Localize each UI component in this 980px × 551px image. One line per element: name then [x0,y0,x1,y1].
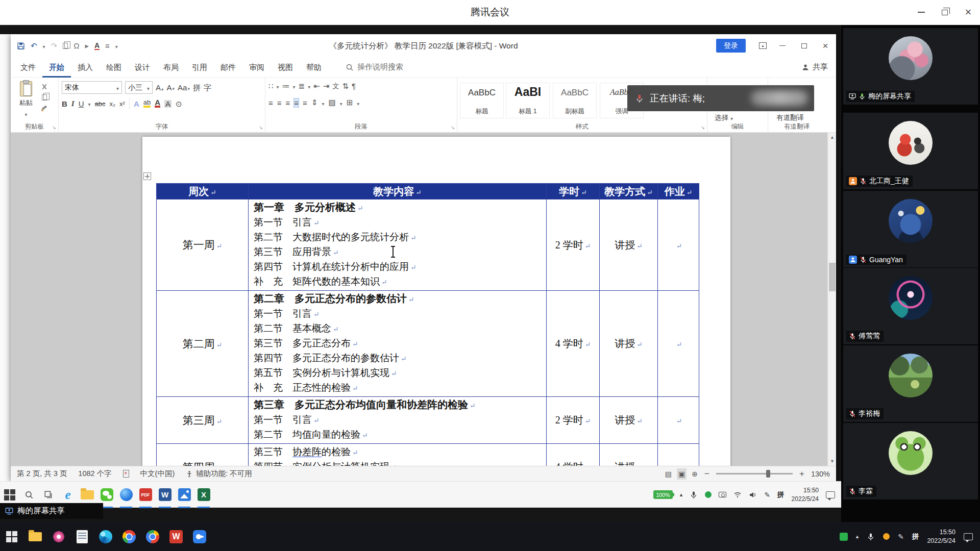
pen-icon[interactable] [898,533,904,541]
week-cell[interactable]: 第一周 [157,199,249,291]
table-move-handle-icon[interactable] [143,172,151,180]
sort-icon[interactable] [342,82,349,91]
scroll-down-arrow[interactable]: ▼ [828,457,836,466]
week-cell[interactable]: 第四周 [157,444,249,466]
zoom-in-button[interactable]: + [799,469,804,478]
vertical-scrollbar[interactable]: ▲ ▼ [827,133,836,466]
web-layout-icon[interactable]: ⊕ [692,470,698,478]
taskbar-excel[interactable]: X [194,482,213,508]
numbering-icon[interactable] [282,82,290,91]
font-color-button[interactable] [155,99,160,108]
chat-bubble-icon[interactable] [826,491,835,498]
styles-dialog-launcher-icon[interactable] [701,124,705,130]
borders-icon[interactable] [347,98,353,107]
align-right-icon[interactable] [286,98,290,107]
highlight-button[interactable] [143,99,151,108]
zoom-slider-thumb[interactable] [766,470,770,478]
word-count[interactable]: 1082 个字 [78,469,111,479]
content-cell[interactable]: 第一章 多元分析概述 第一节 引言 第二节 大数据时代的多元统计分析 第三节 应… [249,199,547,291]
tab-home[interactable]: 开始 [42,57,71,78]
taskbar-wps[interactable]: W [164,522,188,551]
method-cell[interactable]: 讲授 [600,397,658,444]
status-dot-icon[interactable] [883,533,890,540]
content-cell[interactable]: 第三节 协差阵的检验 第四节 实例分析与计算机实现 专题一 R 软件介绍（一）：… [249,444,547,466]
taskbar-browser2[interactable] [141,522,164,551]
speaker-icon[interactable] [749,491,757,499]
tab-help[interactable]: 帮助 [300,57,328,78]
col-week[interactable]: 周次 [157,184,249,199]
chevron-down-icon[interactable] [293,82,296,90]
mic-icon[interactable] [690,491,698,499]
pages-icon[interactable] [63,43,68,49]
format-painter-icon[interactable] [41,105,47,111]
taskbar-browser[interactable] [116,482,136,508]
text-effects-button[interactable] [134,100,139,108]
underline-button[interactable] [79,100,84,108]
battery-icon[interactable]: 100% [653,490,673,499]
tab-design[interactable]: 设计 [128,57,157,78]
language-indicator[interactable]: 中文(中国) [140,469,175,479]
align-center-icon[interactable] [277,98,282,107]
week-cell[interactable]: 第三周 [157,397,249,444]
character-shading-button[interactable] [164,100,172,108]
strikethrough-button[interactable] [95,101,106,107]
tab-view[interactable]: 视图 [271,57,300,78]
tab-layout[interactable]: 布局 [157,57,185,78]
content-cell[interactable]: 第三章 多元正态分布均值向量和协差阵的检验 第一节 引言 第二节 均值向量的检验 [249,397,547,444]
print-layout-icon[interactable]: ▣ [678,470,685,478]
word-minimize-button[interactable] [772,34,793,57]
zoom-slider[interactable] [716,473,793,474]
word-maximize-button[interactable] [793,34,815,57]
tab-insert[interactable]: 插入 [71,57,100,78]
shrink-font-button[interactable]: A▾ [167,84,175,91]
youdao-tray-icon[interactable] [840,533,848,541]
chevron-down-icon[interactable] [340,98,342,107]
read-mode-icon[interactable]: ▤ [665,470,672,478]
week-cell[interactable]: 第二周 [157,291,249,397]
tab-mailings[interactable]: 邮件 [214,57,242,78]
pen-icon[interactable] [764,491,770,499]
font-dialog-launcher-icon[interactable] [259,124,263,130]
chevron-down-icon[interactable] [357,98,359,107]
wifi-icon[interactable] [733,491,742,499]
font-name-select[interactable]: 宋体 [62,81,122,94]
participant-tile[interactable]: 李裕梅 [843,345,978,422]
ime-indicator[interactable]: 拼 [912,532,919,541]
taskbar-edge[interactable] [94,522,117,551]
font-size-select[interactable]: 小三 [125,81,153,94]
undo-dropdown-icon[interactable] [43,41,45,50]
superscript-button[interactable] [119,101,125,107]
youdao-translate-button[interactable]: 有道翻译 [776,113,804,122]
tab-draw[interactable]: 绘图 [100,57,128,78]
enclose-character-button[interactable]: 字 [204,84,211,91]
screenshot-tray-icon[interactable] [719,492,726,497]
accessibility-status[interactable]: 辅助功能: 不可用 [186,469,252,479]
taskbar-pdf[interactable]: PDF [136,482,155,508]
style-card-subtitle[interactable]: AaBbC 副标题 [553,83,597,118]
chevron-down-icon[interactable] [308,82,310,90]
col-homework[interactable]: 作业 [658,184,699,199]
copy-icon[interactable] [42,94,47,101]
redo-icon[interactable] [51,41,58,51]
decrease-indent-icon[interactable] [313,82,320,91]
zoom-out-button[interactable]: − [704,469,709,478]
meeting-minimize-button[interactable] [910,0,933,24]
scrollbar-thumb[interactable] [829,263,836,291]
customize-qat-icon[interactable] [115,41,118,50]
method-cell[interactable]: 讲授 [600,444,658,466]
style-card-title[interactable]: AaBbC 标题 [460,83,504,118]
hours-cell[interactable]: 2 学时 [547,397,600,444]
taskbar-word[interactable]: W [155,482,175,508]
subscript-button[interactable] [110,101,116,107]
line-spacing-icon[interactable] [311,98,318,107]
justify-icon[interactable] [294,98,299,107]
symbol-icon[interactable] [74,41,79,50]
meeting-restore-button[interactable] [933,0,957,24]
line-spacing-icon[interactable] [105,41,110,50]
font-color-icon[interactable]: A [94,42,100,50]
tray-expand-icon[interactable] [680,491,683,498]
chevron-down-icon[interactable] [277,82,279,90]
scroll-up-arrow[interactable]: ▲ [828,133,836,142]
taskbar-chrome[interactable] [117,522,141,551]
mic-icon[interactable] [867,533,875,541]
